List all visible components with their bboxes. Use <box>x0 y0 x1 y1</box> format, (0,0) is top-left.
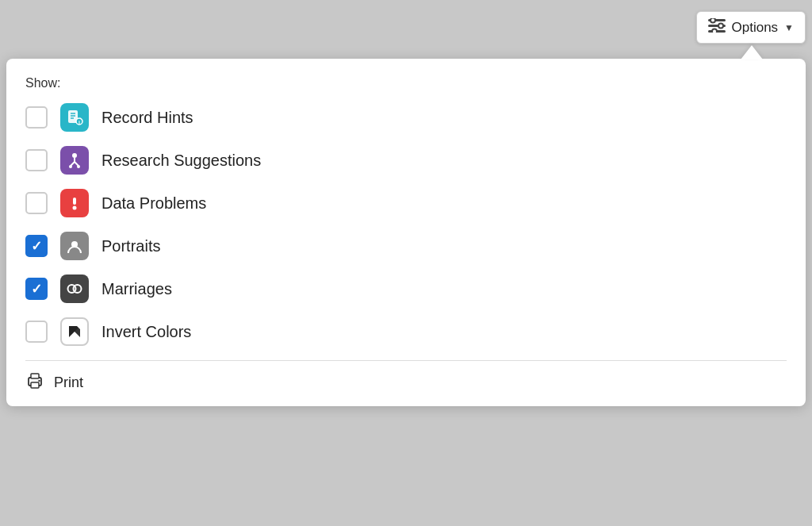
marriages-icon <box>60 275 89 303</box>
svg-rect-18 <box>73 198 76 205</box>
print-row[interactable]: Print <box>25 361 787 406</box>
options-icon <box>708 18 726 36</box>
svg-text:i: i <box>79 120 80 125</box>
show-label: Show: <box>25 76 787 90</box>
options-label: Options <box>732 20 779 36</box>
checkbox-record-hints[interactable] <box>25 106 48 129</box>
svg-point-17 <box>77 165 80 168</box>
svg-point-4 <box>718 24 723 29</box>
data-problems-label: Data Problems <box>102 194 206 213</box>
checkbox-invert-colors[interactable] <box>25 321 48 343</box>
menu-item-research-suggestions[interactable]: Research Suggestions <box>25 146 787 175</box>
marriages-label: Marriages <box>102 280 172 298</box>
data-problems-icon <box>60 189 89 217</box>
dropdown-arrow <box>741 45 763 60</box>
research-suggestions-label: Research Suggestions <box>102 152 261 170</box>
portraits-icon <box>60 232 89 260</box>
checkbox-marriages[interactable] <box>25 278 48 300</box>
svg-point-16 <box>69 165 72 168</box>
menu-item-data-problems[interactable]: Data Problems <box>25 189 787 217</box>
svg-rect-24 <box>31 382 39 388</box>
invert-colors-label: Invert Colors <box>102 323 191 341</box>
svg-point-26 <box>38 380 40 382</box>
print-icon <box>25 372 44 394</box>
svg-point-12 <box>72 153 77 158</box>
print-label: Print <box>54 374 83 391</box>
invert-colors-icon <box>60 317 89 346</box>
svg-rect-25 <box>31 374 39 378</box>
menu-item-record-hints[interactable]: i Record Hints <box>25 103 787 132</box>
svg-point-5 <box>712 29 717 33</box>
record-hints-icon: i <box>60 103 89 132</box>
svg-point-19 <box>73 206 77 210</box>
checkbox-research-suggestions[interactable] <box>25 149 48 171</box>
svg-point-3 <box>710 18 715 23</box>
checkbox-data-problems[interactable] <box>25 192 48 214</box>
chevron-down-icon: ▼ <box>784 22 794 33</box>
research-suggestions-icon <box>60 146 89 175</box>
portraits-label: Portraits <box>102 237 160 255</box>
dropdown-panel: Show: i Record Hints <box>6 59 806 406</box>
menu-item-portraits[interactable]: Portraits <box>25 232 787 260</box>
menu-item-invert-colors[interactable]: Invert Colors <box>25 317 787 346</box>
options-button[interactable]: Options ▼ <box>696 11 806 44</box>
svg-point-22 <box>74 285 82 293</box>
record-hints-label: Record Hints <box>102 109 193 127</box>
menu-item-marriages[interactable]: Marriages <box>25 275 787 303</box>
checkbox-portraits[interactable] <box>25 235 48 257</box>
